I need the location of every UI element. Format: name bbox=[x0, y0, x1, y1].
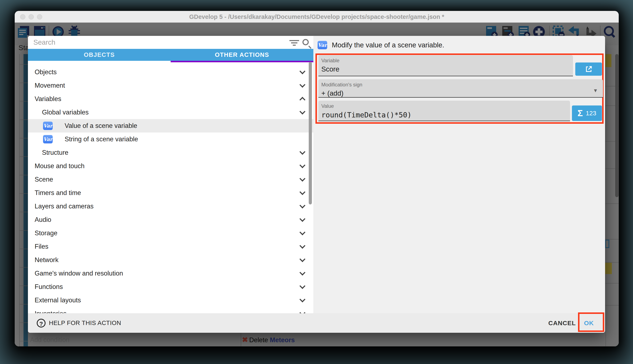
dialog-footer: ? HELP FOR THIS ACTION CANCEL OK bbox=[28, 313, 605, 333]
var-icon: Var bbox=[43, 122, 53, 130]
list-item[interactable]: Audio bbox=[28, 213, 313, 226]
list-item[interactable]: Files bbox=[28, 240, 313, 253]
search-input[interactable] bbox=[33, 36, 294, 49]
list-item[interactable]: VarString of a scene variable bbox=[28, 132, 313, 146]
list-item-label: Files bbox=[35, 243, 48, 250]
action-editor-dialog: OBJECTS OTHER ACTIONS ObjectsMovementVar… bbox=[28, 36, 605, 333]
help-label: HELP FOR THIS ACTION bbox=[49, 320, 121, 326]
dialog-title: Modify the value of a scene variable. bbox=[332, 41, 444, 49]
chevron-down-icon bbox=[299, 202, 305, 208]
list-item-label: Network bbox=[35, 256, 59, 264]
numbers-label: 123 bbox=[586, 110, 596, 117]
chevron-down-icon bbox=[299, 189, 305, 195]
list-item-label: Scene bbox=[35, 176, 53, 183]
list-item-label: Inventories bbox=[35, 310, 67, 313]
help-icon: ? bbox=[37, 319, 46, 328]
action-parameters-pane: Var Modify the value of a scene variable… bbox=[313, 36, 605, 313]
list-item-label: Variables bbox=[35, 95, 61, 103]
list-item-label: Functions bbox=[35, 283, 63, 290]
list-item-label: Mouse and touch bbox=[35, 162, 85, 170]
list-item-label: Structure bbox=[42, 149, 68, 156]
chevron-down-icon bbox=[299, 216, 305, 222]
list-item[interactable]: VarValue of a scene variable bbox=[28, 119, 313, 132]
chevron-down-icon bbox=[299, 162, 305, 168]
list-item[interactable]: Network bbox=[28, 253, 313, 267]
window-title: GDevelop 5 - /Users/dkarakay/Documents/G… bbox=[15, 11, 619, 23]
list-item[interactable]: Scene bbox=[28, 173, 313, 186]
value-field[interactable]: Value round(TimeDelta()*50) bbox=[319, 101, 570, 121]
list-item[interactable]: Functions bbox=[28, 280, 313, 294]
variable-field-value: Score bbox=[321, 65, 339, 73]
modification-sign-label: Modification's sign bbox=[321, 82, 362, 88]
list-item[interactable]: Timers and time bbox=[28, 186, 313, 200]
chevron-down-icon bbox=[299, 270, 305, 276]
cancel-button[interactable]: CANCEL bbox=[544, 313, 580, 333]
expression-builder-button[interactable]: Σ 123 bbox=[572, 106, 602, 121]
var-icon: Var bbox=[43, 135, 53, 144]
list-item-label: External layouts bbox=[35, 296, 81, 304]
filter-icon[interactable] bbox=[288, 39, 300, 46]
search-row bbox=[28, 36, 313, 49]
list-item[interactable]: Global variables bbox=[28, 106, 313, 119]
open-variable-editor-button[interactable] bbox=[575, 62, 602, 76]
list-item-label: String of a scene variable bbox=[65, 136, 138, 143]
chevron-down-icon bbox=[299, 283, 305, 289]
list-item[interactable]: Inventories bbox=[28, 307, 313, 313]
var-icon: Var bbox=[318, 41, 327, 49]
variable-field-label: Variable bbox=[321, 58, 339, 64]
list-item-label: Timers and time bbox=[35, 189, 81, 197]
list-item[interactable]: Game's window and resolution bbox=[28, 267, 313, 280]
list-item[interactable]: Mouse and touch bbox=[28, 159, 313, 173]
search-icon[interactable] bbox=[302, 39, 309, 45]
list-item-label: Objects bbox=[35, 68, 57, 76]
list-item-label: Movement bbox=[35, 82, 65, 89]
chevron-down-icon bbox=[299, 296, 305, 302]
list-scrollbar[interactable] bbox=[309, 62, 312, 204]
ok-highlight-box bbox=[578, 312, 604, 332]
list-item-label: Global variables bbox=[42, 108, 89, 116]
list-item[interactable]: Objects bbox=[28, 66, 313, 79]
chevron-down-icon bbox=[299, 108, 305, 114]
list-item-label: Storage bbox=[35, 230, 58, 237]
tabbar: OBJECTS OTHER ACTIONS bbox=[28, 49, 313, 61]
chevron-down-icon: ▼ bbox=[593, 88, 598, 94]
modification-sign-select[interactable]: Modification's sign + (add) ▼ bbox=[319, 79, 603, 98]
list-item[interactable]: Structure bbox=[28, 146, 313, 159]
list-item[interactable]: Storage bbox=[28, 226, 313, 240]
chevron-down-icon bbox=[299, 149, 305, 155]
tab-other-actions[interactable]: OTHER ACTIONS bbox=[171, 49, 313, 61]
gdevelop-window: GDevelop 5 - /Users/dkarakay/Documents/G… bbox=[15, 11, 619, 346]
list-item[interactable]: Variables bbox=[28, 92, 313, 106]
list-item[interactable]: External layouts bbox=[28, 294, 313, 307]
list-item-label: Audio bbox=[35, 216, 51, 224]
value-field-value: round(TimeDelta()*50) bbox=[321, 111, 412, 119]
chevron-down-icon bbox=[299, 68, 305, 74]
list-item[interactable]: Movement bbox=[28, 79, 313, 92]
chevron-down-icon bbox=[299, 82, 305, 88]
titlebar: GDevelop 5 - /Users/dkarakay/Documents/G… bbox=[15, 11, 619, 23]
dialog-header: Var Modify the value of a scene variable… bbox=[318, 41, 444, 49]
tab-objects[interactable]: OBJECTS bbox=[28, 49, 171, 61]
chevron-down-icon bbox=[299, 176, 305, 182]
active-tab-indicator bbox=[171, 61, 313, 62]
chevron-up-icon bbox=[299, 97, 305, 103]
sigma-icon: Σ bbox=[578, 108, 583, 118]
list-item-label: Game's window and resolution bbox=[35, 270, 123, 277]
action-category-list: ObjectsMovementVariablesGlobal variables… bbox=[28, 62, 313, 313]
app-content: Sta Add condition ✖Delete Meteor bbox=[15, 23, 619, 346]
list-item[interactable]: Layers and cameras bbox=[28, 200, 313, 213]
modification-sign-value: + (add) bbox=[321, 89, 343, 97]
help-button[interactable]: ? HELP FOR THIS ACTION bbox=[37, 313, 121, 333]
action-chooser-pane: OBJECTS OTHER ACTIONS ObjectsMovementVar… bbox=[28, 36, 313, 313]
variable-field[interactable]: Variable Score bbox=[319, 55, 573, 76]
desktop: GDevelop 5 - /Users/dkarakay/Documents/G… bbox=[0, 0, 633, 364]
value-field-label: Value bbox=[321, 103, 334, 109]
chevron-down-icon bbox=[299, 310, 305, 313]
list-item-label: Layers and cameras bbox=[35, 202, 94, 210]
list-item-label: Value of a scene variable bbox=[65, 122, 137, 130]
chevron-down-icon bbox=[299, 230, 305, 235]
chevron-down-icon bbox=[299, 243, 305, 249]
chevron-down-icon bbox=[299, 256, 305, 262]
